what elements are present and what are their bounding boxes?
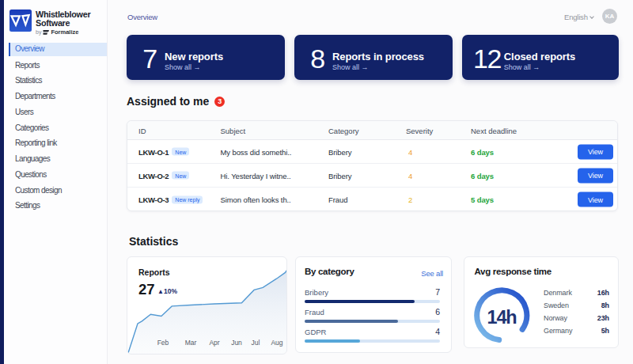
svg-text:Jun: Jun [231,339,242,347]
svg-text:Aug: Aug [271,339,282,347]
svg-text:Feb: Feb [157,339,169,347]
svg-text:Mar: Mar [185,339,197,347]
svg-text:Jul: Jul [252,339,260,347]
svg-text:Apr: Apr [209,339,219,347]
